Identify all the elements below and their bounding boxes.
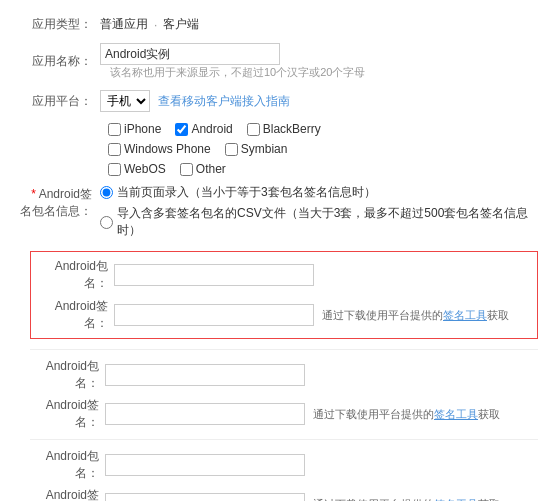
extra1-sig-link[interactable]: 签名工具 xyxy=(434,408,478,420)
cb-symbian[interactable]: Symbian xyxy=(225,142,288,156)
radio-csv-import-input[interactable] xyxy=(100,216,113,229)
app-name-row: 应用名称： 该名称也用于来源显示，不超过10个汉字或20个字母 xyxy=(20,43,538,80)
extra1-sig-hint: 通过下载使用平台提供的签名工具获取 xyxy=(313,407,500,422)
highlighted-pkg-label: Android包名： xyxy=(39,258,114,292)
cb-android-input[interactable] xyxy=(175,123,188,136)
extra-sig-group-1: Android包名： Android签名： 通过下载使用平台提供的签名工具获取 xyxy=(30,358,538,431)
app-platform-value: 手机 查看移动客户端接入指南 xyxy=(100,90,538,112)
cb-blackberry-input[interactable] xyxy=(247,123,260,136)
app-name-input[interactable] xyxy=(100,43,280,65)
cb-android[interactable]: Android xyxy=(175,122,232,136)
extra1-sig-input[interactable] xyxy=(105,403,305,425)
cb-iphone[interactable]: iPhone xyxy=(108,122,161,136)
extra1-pkg-row: Android包名： xyxy=(30,358,538,392)
app-type-extra: 客户端 xyxy=(163,16,199,33)
extra2-sig-link[interactable]: 签名工具 xyxy=(434,498,478,502)
app-type-row: 应用类型： 普通应用 · 客户端 xyxy=(20,16,538,33)
extra1-sig-row: Android签名： 通过下载使用平台提供的签名工具获取 xyxy=(30,397,538,431)
highlighted-sig-hint: 通过下载使用平台提供的签名工具获取 xyxy=(322,308,509,323)
highlighted-sig-group-container: Android包名： Android签名： 通过下载使用平台提供的签名工具获取 … xyxy=(30,251,538,501)
app-platform-row: 应用平台： 手机 查看移动客户端接入指南 xyxy=(20,90,538,112)
extra2-sig-label: Android签名： xyxy=(30,487,105,501)
app-name-hint: 该名称也用于来源显示，不超过10个汉字或20个字母 xyxy=(110,65,365,80)
highlighted-sig-label: Android签名： xyxy=(39,298,114,332)
cb-iphone-input[interactable] xyxy=(108,123,121,136)
divider2 xyxy=(30,439,538,440)
cb-blackberry[interactable]: BlackBerry xyxy=(247,122,321,136)
cb-other[interactable]: Other xyxy=(180,162,226,176)
cb-webos-input[interactable] xyxy=(108,163,121,176)
cb-other-input[interactable] xyxy=(180,163,193,176)
android-sig-content: 当前页面录入（当小于等于3套包名签名信息时） 导入含多套签名包名的CSV文件（当… xyxy=(100,184,538,243)
extra2-pkg-label: Android包名： xyxy=(30,448,105,482)
extra2-pkg-row: Android包名： xyxy=(30,448,538,482)
extra2-pkg-input[interactable] xyxy=(105,454,305,476)
checkbox-row3: WebOS Other xyxy=(108,162,538,176)
cb-webos[interactable]: WebOS xyxy=(108,162,166,176)
platform-select[interactable]: 手机 xyxy=(100,90,150,112)
cb-symbian-input[interactable] xyxy=(225,143,238,156)
app-type-text: 普通应用 xyxy=(100,16,148,33)
cb-winphone-input[interactable] xyxy=(108,143,121,156)
highlighted-sig-group: Android包名： Android签名： 通过下载使用平台提供的签名工具获取 xyxy=(30,251,538,339)
app-name-label: 应用名称： xyxy=(20,53,100,70)
extra1-sig-label: Android签名： xyxy=(30,397,105,431)
extra2-sig-hint: 通过下载使用平台提供的签名工具获取 xyxy=(313,497,500,502)
extra1-pkg-input[interactable] xyxy=(105,364,305,386)
highlighted-pkg-input[interactable] xyxy=(114,264,314,286)
highlighted-sig-input[interactable] xyxy=(114,304,314,326)
cb-winphone[interactable]: Windows Phone xyxy=(108,142,211,156)
app-type-value: 普通应用 · 客户端 xyxy=(100,16,538,33)
radio-csv-import[interactable]: 导入含多套签名包名的CSV文件（当大于3套，最多不超过500套包名签名信息时） xyxy=(100,205,538,239)
extra-sig-group-2: Android包名： Android签名： 通过下载使用平台提供的签名工具获取 xyxy=(30,448,538,501)
radio-current-page-input[interactable] xyxy=(100,186,113,199)
extra2-sig-row: Android签名： 通过下载使用平台提供的签名工具获取 xyxy=(30,487,538,501)
highlighted-sig-link[interactable]: 签名工具 xyxy=(443,309,487,321)
android-sig-label: * Android签名包名信息： xyxy=(20,184,100,220)
app-platform-label: 应用平台： xyxy=(20,93,100,110)
highlighted-sig-row: Android签名： 通过下载使用平台提供的签名工具获取 xyxy=(39,298,529,332)
radio-current-page[interactable]: 当前页面录入（当小于等于3套包名签名信息时） xyxy=(100,184,538,201)
app-name-value: 该名称也用于来源显示，不超过10个汉字或20个字母 xyxy=(100,43,538,80)
checkbox-row1: iPhone Android BlackBerry xyxy=(108,122,538,136)
highlighted-pkg-row: Android包名： xyxy=(39,258,529,292)
divider1 xyxy=(30,349,538,350)
android-sig-section: * Android签名包名信息： 当前页面录入（当小于等于3套包名签名信息时） … xyxy=(20,184,538,243)
app-type-label: 应用类型： xyxy=(20,16,100,33)
extra1-pkg-label: Android包名： xyxy=(30,358,105,392)
checkbox-row2: Windows Phone Symbian xyxy=(108,142,538,156)
type-separator: · xyxy=(154,18,157,32)
checkbox-section: iPhone Android BlackBerry Windows Phone … xyxy=(108,122,538,176)
platform-guide-link[interactable]: 查看移动客户端接入指南 xyxy=(158,93,290,110)
extra2-sig-input[interactable] xyxy=(105,493,305,501)
